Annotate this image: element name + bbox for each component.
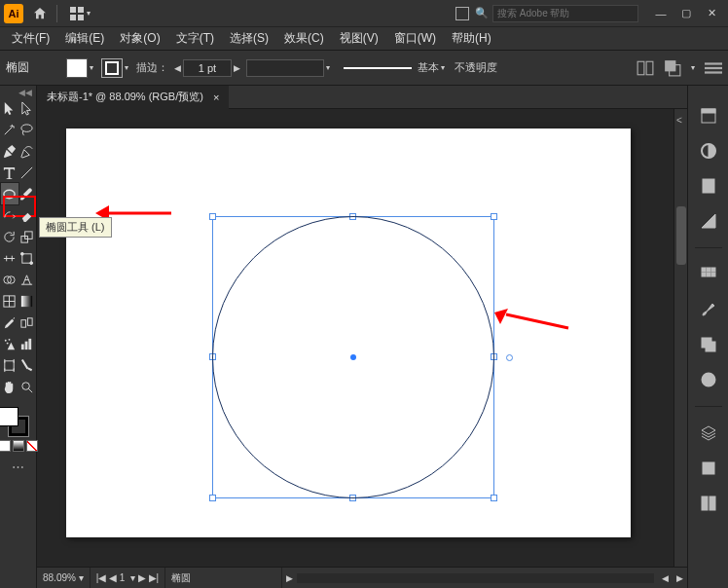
slice-tool[interactable] (18, 354, 36, 376)
style-dropdown-icon[interactable]: ▾ (441, 63, 445, 72)
rotate-tool[interactable] (1, 226, 18, 247)
artboard-nav[interactable]: |◀ ◀ 1 ▾ ▶ ▶| (91, 568, 165, 588)
shape-mode-icon[interactable] (664, 59, 681, 77)
search-input[interactable] (492, 5, 638, 22)
symbol-sprayer-tool[interactable] (1, 333, 18, 354)
type-tool[interactable] (1, 162, 18, 183)
color-panel-icon[interactable] (698, 140, 719, 162)
svg-rect-47 (711, 268, 715, 272)
color-guide-panel-icon[interactable] (698, 210, 719, 232)
document-tab-title: 未标题-1* @ 88.09% (RGB/预览) (47, 90, 203, 104)
menu-file[interactable]: 文件(F) (4, 27, 57, 50)
svg-point-34 (22, 382, 30, 389)
opacity-label[interactable]: 不透明度 (455, 60, 497, 75)
asset-export-panel-icon[interactable] (698, 458, 719, 479)
selection-handle-top-right[interactable] (491, 213, 497, 220)
artboard[interactable] (66, 129, 631, 537)
canvas[interactable] (37, 109, 673, 567)
svg-line-12 (21, 166, 32, 177)
document-tab[interactable]: 未标题-1* @ 88.09% (RGB/预览) × (37, 86, 229, 109)
zoom-tool[interactable] (18, 376, 36, 397)
selection-handle-bottom-right[interactable] (491, 495, 497, 501)
stroke-panel-icon[interactable] (698, 369, 719, 390)
shaper-tool[interactable] (1, 204, 18, 226)
home-icon[interactable] (29, 3, 51, 24)
status-dropdown-icon[interactable]: ▶ (286, 573, 293, 583)
fill-color-swatch[interactable] (0, 407, 18, 426)
mesh-tool[interactable] (1, 290, 18, 312)
stroke-swatch[interactable] (101, 58, 123, 78)
menu-edit[interactable]: 编辑(E) (57, 27, 112, 50)
free-transform-tool[interactable] (18, 247, 36, 269)
hand-tool[interactable] (1, 376, 18, 397)
document-tab-close-icon[interactable]: × (213, 92, 219, 103)
scale-tool[interactable] (18, 226, 36, 247)
svg-point-28 (9, 338, 11, 340)
selection-tool[interactable] (1, 97, 18, 119)
brushes-panel-icon[interactable] (698, 299, 719, 320)
panel-collapse-icon[interactable]: < (676, 115, 682, 126)
menu-help[interactable]: 帮助(H) (444, 27, 499, 50)
artboard-tool[interactable] (1, 354, 18, 376)
fill-swatch[interactable] (66, 58, 88, 78)
selection-center-point[interactable] (350, 354, 356, 360)
lasso-tool[interactable] (18, 119, 36, 140)
line-tool[interactable] (18, 162, 36, 183)
artboards-panel-icon[interactable] (698, 493, 719, 514)
ellipse-tool[interactable] (1, 183, 18, 204)
eyedropper-tool[interactable] (1, 312, 18, 333)
shape-builder-tool[interactable] (1, 269, 18, 290)
libraries-panel-icon[interactable] (698, 175, 719, 197)
properties-panel-icon[interactable] (698, 105, 719, 127)
swatches-panel-icon[interactable] (698, 264, 719, 285)
stroke-width-increment[interactable]: ▶ (234, 63, 240, 73)
stroke-width-decrement[interactable]: ◀ (174, 63, 181, 73)
perspective-grid-tool[interactable] (18, 269, 36, 290)
magic-wand-tool[interactable] (1, 119, 18, 140)
horizontal-scrollbar[interactable] (297, 573, 654, 583)
symbols-panel-icon[interactable] (698, 334, 719, 355)
blend-tool[interactable] (18, 312, 36, 333)
layers-panel-icon[interactable] (698, 423, 719, 444)
brush-definition[interactable] (246, 59, 324, 77)
menu-type[interactable]: 文字(T) (168, 27, 222, 50)
graphic-style[interactable]: 基本 ▾ (344, 60, 445, 75)
toolbox-collapse-icon[interactable]: ◀◀ (18, 88, 36, 97)
width-tool[interactable] (1, 247, 18, 269)
menu-view[interactable]: 视图(V) (332, 27, 386, 50)
brush-dropdown-icon[interactable]: ▾ (326, 63, 330, 72)
minimize-button[interactable]: — (648, 4, 673, 23)
fill-dropdown-icon[interactable]: ▾ (90, 63, 93, 72)
column-graph-tool[interactable] (18, 333, 36, 354)
selection-handle-top-left[interactable] (209, 213, 216, 220)
options-menu-icon[interactable] (705, 59, 722, 77)
bridge-icon[interactable] (455, 7, 469, 20)
color-mode-none[interactable] (26, 440, 38, 452)
color-mode-solid[interactable] (0, 440, 11, 452)
close-button[interactable]: ✕ (699, 4, 724, 23)
menu-object[interactable]: 对象(O) (112, 27, 167, 50)
maximize-button[interactable]: ▢ (673, 4, 699, 23)
pen-tool[interactable] (1, 140, 18, 162)
stroke-dropdown-icon[interactable]: ▾ (125, 63, 128, 72)
vertical-scrollbar[interactable]: < (673, 109, 687, 567)
menu-select[interactable]: 选择(S) (222, 27, 276, 50)
direct-selection-tool[interactable] (18, 97, 36, 119)
shape-mode-dropdown-icon[interactable]: ▾ (691, 63, 695, 72)
curvature-tool[interactable] (18, 140, 36, 162)
menu-window[interactable]: 窗口(W) (386, 27, 444, 50)
vertical-scrollbar-thumb[interactable] (676, 206, 686, 265)
zoom-level[interactable]: 88.09% ▾ (37, 568, 91, 588)
arrange-documents-icon[interactable]: ▾ (69, 3, 91, 24)
gradient-tool[interactable] (18, 290, 36, 312)
pie-widget-handle[interactable] (506, 354, 513, 361)
h-scroll-right-icon[interactable]: ▶ (676, 573, 683, 583)
align-center-icon[interactable] (637, 59, 654, 77)
menu-effect[interactable]: 效果(C) (276, 27, 332, 50)
stroke-width-input[interactable] (183, 59, 232, 77)
eraser-tool[interactable] (18, 204, 36, 226)
paintbrush-tool[interactable] (18, 183, 36, 204)
selection-handle-bottom-left[interactable] (209, 495, 216, 501)
color-mode-gradient[interactable] (13, 440, 24, 452)
h-scroll-left-icon[interactable]: ◀ (662, 573, 669, 583)
